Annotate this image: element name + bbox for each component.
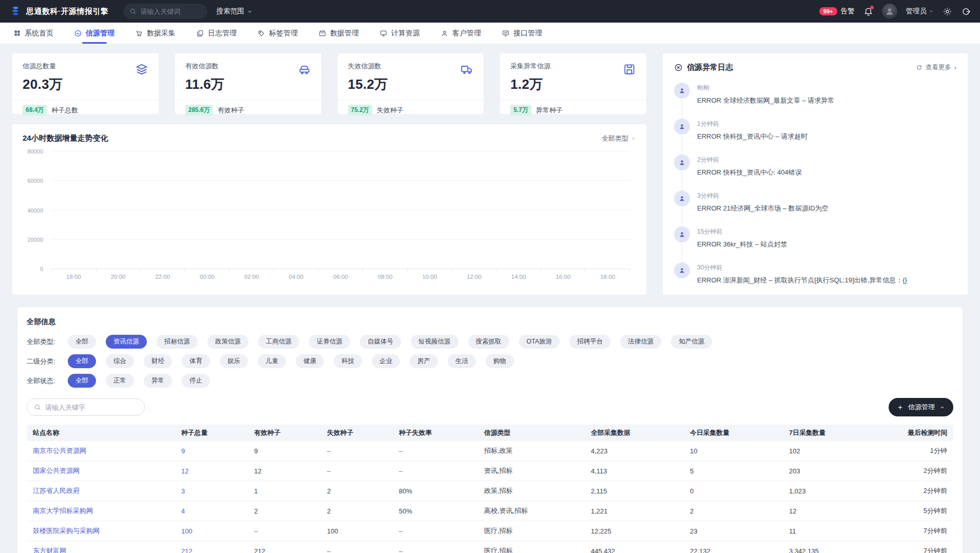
filter-chip[interactable]: 全部 — [68, 374, 96, 388]
nav-label: 信源管理 — [86, 29, 114, 38]
stat-badge: 5.7万 — [510, 105, 531, 116]
filter-chip[interactable]: 全部 — [68, 354, 96, 368]
filter-chip[interactable]: 科技 — [334, 354, 362, 368]
site-name-link[interactable]: 南京大学招标采购网 — [27, 506, 175, 516]
chart-card: 24小时数据增量走势变化 全部类型 020000400006000080000 … — [12, 124, 646, 295]
search-scope-label: 搜索范围 — [217, 7, 244, 16]
filter-chip[interactable]: 综合 — [106, 354, 134, 368]
filter-chip[interactable]: 证券信源 — [309, 335, 350, 349]
logout-icon[interactable] — [961, 7, 971, 16]
filter-chip[interactable]: 娱乐 — [220, 354, 248, 368]
x-tick-label: 16:00 — [541, 274, 586, 280]
chart-type-filter[interactable]: 全部类型 — [602, 134, 636, 143]
filter-chip[interactable]: 资讯信源 — [106, 335, 147, 349]
nav-item-customer-management[interactable]: 客户管理 — [440, 23, 481, 44]
filter-chip[interactable]: 购物 — [486, 354, 514, 368]
topbar-search-input[interactable] — [141, 8, 197, 15]
filter-chip[interactable]: 异常 — [144, 374, 172, 388]
seed-count-link[interactable]: 100 — [175, 527, 248, 535]
nav-item-api-management[interactable]: 接口管理 — [502, 23, 542, 44]
filter-chip[interactable]: 停止 — [182, 374, 210, 388]
notifications-button[interactable] — [863, 7, 873, 16]
filter-chip[interactable]: 政策信源 — [207, 335, 248, 349]
gear-icon[interactable] — [943, 7, 952, 16]
filter-chip[interactable]: OTA旅游 — [519, 335, 560, 349]
site-name-link[interactable]: 南京市公共资源网 — [27, 446, 175, 455]
table-search-input[interactable] — [45, 404, 132, 411]
search-scope-dropdown[interactable]: 搜索范围 — [217, 7, 253, 16]
bar-chart: 020000400006000080000 18:0020:0022:0000:… — [23, 149, 636, 282]
filter-chip[interactable]: 法律信源 — [620, 335, 661, 349]
site-name-link[interactable]: 国家公共资源网 — [27, 466, 175, 475]
source-table: 站点名称种子总量有效种子失效种子种子失效率信源类型全部采集数据今日采集数量7日采… — [27, 425, 953, 553]
log-item-body: 1分钟前ERROR 快科技_资讯中心 – 请求超时 — [697, 119, 808, 141]
filter-chip[interactable]: 自媒体号 — [360, 335, 401, 349]
filter-chip[interactable]: 全部 — [68, 335, 96, 349]
filter-chip[interactable]: 短视频信源 — [411, 335, 458, 349]
table-cell: 2分钟前 — [882, 466, 953, 475]
chart-plot — [51, 151, 630, 269]
stat-value: 11.6万 — [185, 75, 311, 93]
chevron-down-icon — [631, 136, 636, 141]
table-cell: 12 — [783, 507, 882, 515]
source-manage-button[interactable]: 信源管理 — [889, 398, 953, 416]
error-log-list: 刚刚ERROR 全球经济数据网_最新文章 – 请求异常1分钟前ERROR 快科技… — [674, 83, 956, 298]
table-cell: 102 — [783, 447, 882, 455]
log-item-body: 30分钟前ERROR 澎湃新闻_财经 – 抓取执行节点[执行SQL:19]出错,… — [697, 262, 907, 285]
seed-count-link[interactable]: 3 — [175, 487, 248, 495]
nav-item-data-management[interactable]: 数据管理 — [318, 23, 359, 44]
stat-badge: 285.6万 — [185, 105, 213, 116]
stat-title: 信源总数量 — [23, 62, 148, 71]
left-column: 信源总数量 20.3万 68.4万 种子总数 有效信源数 11.6万 — [12, 53, 646, 295]
table-cell: 4,223 — [585, 447, 684, 455]
site-name-link[interactable]: 鼓楼医院采购与采购网 — [27, 526, 175, 536]
nav-item-source-management[interactable]: 信源管理 — [74, 23, 114, 44]
seed-count-link[interactable]: 212 — [175, 547, 248, 553]
stat-value: 20.3万 — [23, 75, 148, 93]
seed-count-link[interactable]: 9 — [175, 447, 248, 455]
refresh-icon[interactable] — [916, 64, 923, 71]
user-avatar[interactable] — [882, 4, 897, 19]
filter-chip[interactable]: 搜索抓取 — [468, 335, 509, 349]
filter-chip[interactable]: 正常 — [106, 374, 134, 388]
nav-label: 客户管理 — [452, 29, 481, 38]
nav-item-data-collection[interactable]: 数据采集 — [135, 23, 176, 44]
filter-chip[interactable]: 体育 — [182, 354, 210, 368]
table-cell: 2 — [321, 487, 393, 495]
stat-value: 15.2万 — [348, 75, 474, 93]
site-name-link[interactable]: 东方财富网 — [27, 546, 175, 553]
filter-chip[interactable]: 健康 — [296, 354, 324, 368]
table-search[interactable] — [27, 398, 145, 416]
seed-count-link[interactable]: 4 — [175, 507, 248, 515]
filter-chip[interactable]: 财经 — [144, 354, 172, 368]
topbar-search[interactable] — [123, 4, 207, 19]
filter-chip[interactable]: 房产 — [410, 354, 438, 368]
nav-item-tag-management[interactable]: 标签管理 — [257, 23, 298, 44]
filter-chip[interactable]: 企业 — [372, 354, 400, 368]
x-tick — [452, 269, 496, 272]
filter-chip[interactable]: 招聘平台 — [569, 335, 610, 349]
stat-badge-label: 失效种子 — [377, 106, 403, 115]
seed-count-link[interactable]: 12 — [175, 467, 248, 475]
filter-chip[interactable]: 儿童 — [258, 354, 286, 368]
chip-group: 全部资讯信源招标信源政策信源工商信源证券信源自媒体号短视频信源搜索抓取OTA旅游… — [68, 335, 712, 349]
table-row: 江苏省人民政府31280%政策,招标2,11501,0232分钟前 — [27, 481, 953, 501]
nav-item-compute-resources[interactable]: 计算资源 — [379, 23, 420, 44]
filter-chip[interactable]: 生活 — [448, 354, 476, 368]
nav-item-home[interactable]: 系统首页 — [13, 23, 53, 44]
user-menu[interactable]: 管理员 — [906, 7, 934, 16]
x-tick — [52, 269, 97, 272]
chevron-up-icon — [939, 405, 945, 410]
filter-chip[interactable]: 工商信源 — [258, 335, 299, 349]
table-header-cell: 7日采集数量 — [783, 429, 882, 437]
nav-label: 数据管理 — [330, 29, 359, 38]
table-cell: – — [393, 447, 478, 455]
table-cell: 1,023 — [783, 487, 882, 495]
filter-chip[interactable]: 知产信源 — [671, 335, 712, 349]
filter-row: 二级分类:全部综合财经体育娱乐儿童健康科技企业房产生活购物 — [27, 354, 953, 368]
nav-item-log-management[interactable]: 日志管理 — [196, 23, 237, 44]
site-name-link[interactable]: 江苏省人民政府 — [27, 486, 175, 495]
alarm-indicator[interactable]: 99+ 告警 — [819, 7, 855, 16]
view-more-link[interactable]: 查看更多 › — [916, 63, 956, 72]
filter-chip[interactable]: 招标信源 — [157, 335, 198, 349]
